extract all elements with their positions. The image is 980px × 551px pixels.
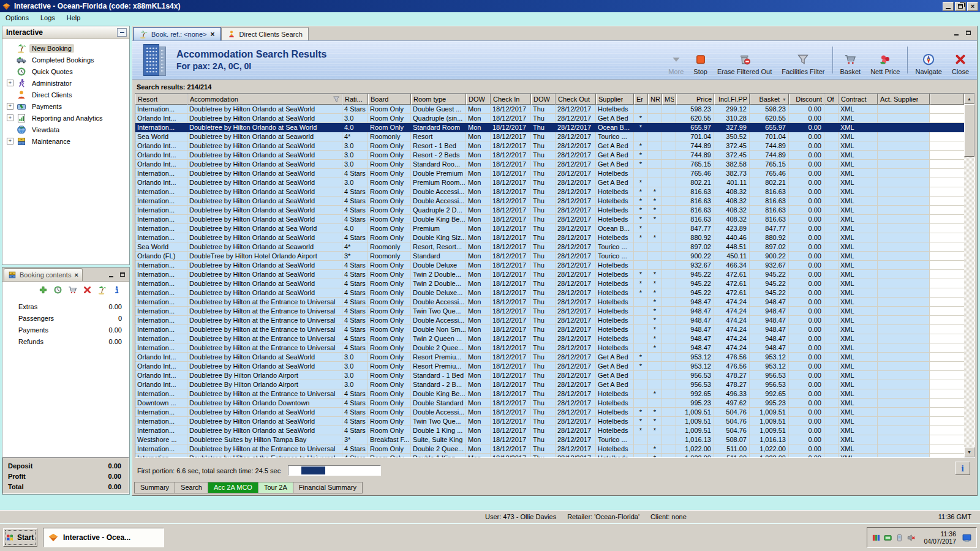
- table-row[interactable]: Internation...Doubletree by Hilton Orlan…: [135, 417, 964, 426]
- taskbar-app-button[interactable]: Interactive - Ocea...: [43, 528, 164, 547]
- sidebar-item-direct-clients[interactable]: Direct Clients: [2, 89, 129, 100]
- bp-tool-palm-button[interactable]: [97, 285, 107, 294]
- table-row[interactable]: Orlando Int...Doubletree by Hilton Orlan…: [135, 160, 964, 169]
- expand-icon[interactable]: +: [7, 138, 13, 144]
- close-button[interactable]: Close: [947, 41, 974, 79]
- scrollbar-thumb[interactable]: [964, 104, 974, 157]
- table-row[interactable]: Internation...Doubletree by Hilton Orlan…: [135, 187, 964, 197]
- expand-icon[interactable]: +: [7, 80, 13, 86]
- column-header-er[interactable]: Er: [634, 94, 648, 105]
- minimize-pane-button[interactable]: [952, 29, 961, 37]
- column-header-check-in[interactable]: Check In: [491, 94, 531, 105]
- column-header-contract[interactable]: Contract: [839, 94, 878, 105]
- table-row[interactable]: Internation...Doubletree by Hilton Orlan…: [135, 279, 964, 288]
- table-row[interactable]: Sea WorldDoubletree by Hilton Orlando at…: [135, 242, 964, 252]
- table-row[interactable]: Internation...Doubletree by Hilton at th…: [135, 298, 964, 307]
- table-row[interactable]: Internation...Doubletree by Hilton Orlan…: [135, 206, 964, 215]
- table-row[interactable]: Internation...Doubletree by Hilton Orlan…: [135, 408, 964, 417]
- close-button[interactable]: ×: [967, 2, 978, 11]
- column-header-price[interactable]: Price: [676, 94, 714, 105]
- column-header-check-out[interactable]: Check Out: [556, 94, 596, 105]
- table-row[interactable]: Internation...Doubletree by Hilton Orlan…: [135, 288, 964, 298]
- table-row[interactable]: Internation...Doubletree by Hilton Orlan…: [135, 123, 964, 132]
- column-header-board[interactable]: Board: [368, 94, 411, 105]
- table-row[interactable]: Internation...Doubletree by Hilton Orlan…: [135, 215, 964, 224]
- table-row[interactable]: Internation...Doubletree by Hilton at th…: [135, 343, 964, 353]
- more-button[interactable]: More: [663, 41, 688, 79]
- bottom-tab-search[interactable]: Search: [175, 482, 208, 493]
- sidebar-item-quick-quotes[interactable]: Quick Quotes: [2, 66, 129, 77]
- table-row[interactable]: Westshore ...Doubletree Suites by Hilton…: [135, 435, 964, 444]
- column-header-accommodation[interactable]: Accommodation: [187, 94, 342, 105]
- start-button[interactable]: Start: [3, 528, 37, 547]
- column-header-room-type[interactable]: Room type: [411, 94, 466, 105]
- table-row[interactable]: Internation...Doubletree by Hilton at th…: [135, 325, 964, 334]
- facilities-filter-button[interactable]: Facilities Filter: [777, 41, 829, 79]
- table-row[interactable]: Internation...Doubletree by Hilton Orlan…: [135, 105, 964, 114]
- maximize-pane-button[interactable]: [963, 29, 973, 37]
- table-row[interactable]: Orlando Int...Doubletree by Hilton Orlan…: [135, 362, 964, 371]
- table-row[interactable]: Internation...Doubletree by Hilton at th…: [135, 307, 964, 316]
- stop-button[interactable]: Stop: [688, 41, 712, 79]
- table-row[interactable]: Internation...Doubletree by Hilton at th…: [135, 334, 964, 343]
- table-row[interactable]: Orlando Int...Doubletree By Hilton Orlan…: [135, 371, 964, 380]
- menu-help[interactable]: Help: [64, 13, 86, 23]
- table-row[interactable]: Downtown ...Doubletree by Hilton Orlando…: [135, 399, 964, 408]
- table-row[interactable]: Orlando (FL)DoubleTree by Hilton Hotel O…: [135, 252, 964, 261]
- column-header-discount[interactable]: Discount: [789, 94, 824, 105]
- table-row[interactable]: Internation...Doubletree by Hilton Orlan…: [135, 224, 964, 233]
- table-row[interactable]: Internation...Doubletree by Hilton Orlan…: [135, 270, 964, 279]
- column-header-rati[interactable]: Rati...: [342, 94, 368, 105]
- menu-logs[interactable]: Logs: [38, 13, 61, 23]
- expand-icon[interactable]: +: [7, 114, 13, 121]
- table-row[interactable]: Internation...Doubletree by Hilton at th…: [135, 389, 964, 399]
- column-header-dow[interactable]: DOW: [466, 94, 491, 105]
- bp-tool-plus-button[interactable]: [39, 285, 48, 294]
- table-row[interactable]: Internation...Doubletree by Hilton at th…: [135, 444, 964, 454]
- table-row[interactable]: Orlando Int...Doubletree By Hilton Orlan…: [135, 380, 964, 389]
- table-row[interactable]: Sea WorldDoubletree by Hilton Orlando at…: [135, 132, 964, 141]
- column-header-resort[interactable]: Resort: [135, 94, 187, 105]
- sidebar-item-new-booking[interactable]: New Booking: [2, 42, 129, 54]
- bp-tool-redx-button[interactable]: [83, 285, 92, 294]
- scroll-down-icon[interactable]: ▼: [964, 447, 974, 457]
- sidebar-item-completed-bookings[interactable]: Completed Bookings: [2, 54, 129, 66]
- bp-tool-cart-button[interactable]: [68, 285, 77, 294]
- bottom-tab-summary[interactable]: Summary: [134, 482, 175, 493]
- table-row[interactable]: Internation...Doubletree by Hilton Orlan…: [135, 169, 964, 178]
- bp-tool-clock-button[interactable]: [53, 285, 62, 294]
- column-header-basket[interactable]: Basket▼: [750, 94, 789, 105]
- column-header-ms[interactable]: MS: [662, 94, 676, 105]
- table-row[interactable]: Internation...Doubletree by Hilton at th…: [135, 454, 964, 457]
- bottom-tab-tour-2a[interactable]: Tour 2A: [258, 482, 293, 493]
- bp-tool-info-button[interactable]: [112, 285, 121, 294]
- collapse-panel-button[interactable]: [117, 28, 127, 37]
- column-header-act-supplier[interactable]: Act. Supplier: [878, 94, 930, 105]
- navigate-button[interactable]: Navigate: [910, 41, 946, 79]
- table-row[interactable]: Orlando Int...Doubletree by Hilton Orlan…: [135, 151, 964, 160]
- menu-options[interactable]: Options: [3, 13, 34, 23]
- table-row[interactable]: Internation...Doubletree by Hilton Orlan…: [135, 261, 964, 270]
- maximize-panel-button[interactable]: [118, 271, 127, 279]
- tab-direct-clients-search[interactable]: Direct Clients Search: [221, 27, 309, 40]
- table-row[interactable]: Orlando Int...Doubletree by Hilton Orlan…: [135, 353, 964, 362]
- table-row[interactable]: Internation...Doubletree by Hilton at th…: [135, 316, 964, 325]
- table-row[interactable]: Orlando Int...Doubletree by Hilton Orlan…: [135, 141, 964, 151]
- bottom-tab-acc-2a-mco[interactable]: Acc 2A MCO: [208, 482, 258, 493]
- table-row[interactable]: Orlando Int...Doubletree by Hilton Orlan…: [135, 114, 964, 123]
- sidebar-item-payments[interactable]: +Payments: [2, 100, 129, 112]
- tray-netcard-button[interactable]: [883, 533, 892, 542]
- scroll-up-icon[interactable]: ▲: [964, 94, 974, 104]
- basket-button[interactable]: Basket: [835, 41, 866, 79]
- nett-price-button[interactable]: Nett Price: [865, 41, 905, 79]
- tray-palette-button[interactable]: [872, 533, 881, 542]
- close-tab-icon[interactable]: ×: [211, 30, 215, 39]
- column-header-nr[interactable]: NR: [648, 94, 662, 105]
- tray-phone-button[interactable]: [895, 533, 904, 542]
- tab-book-ref-none[interactable]: Book. ref.: <none>×: [133, 27, 221, 40]
- column-header-dow[interactable]: DOW: [531, 94, 556, 105]
- bottom-tab-financial-summary[interactable]: Financial Summary: [293, 482, 363, 493]
- table-row[interactable]: Internation...Doubletree by Hilton Orlan…: [135, 233, 964, 242]
- table-row[interactable]: Orlando Int...Doubletree by Hilton Orlan…: [135, 178, 964, 187]
- sidebar-item-reporting-and-analytics[interactable]: +Reporting and Analytics: [2, 112, 129, 124]
